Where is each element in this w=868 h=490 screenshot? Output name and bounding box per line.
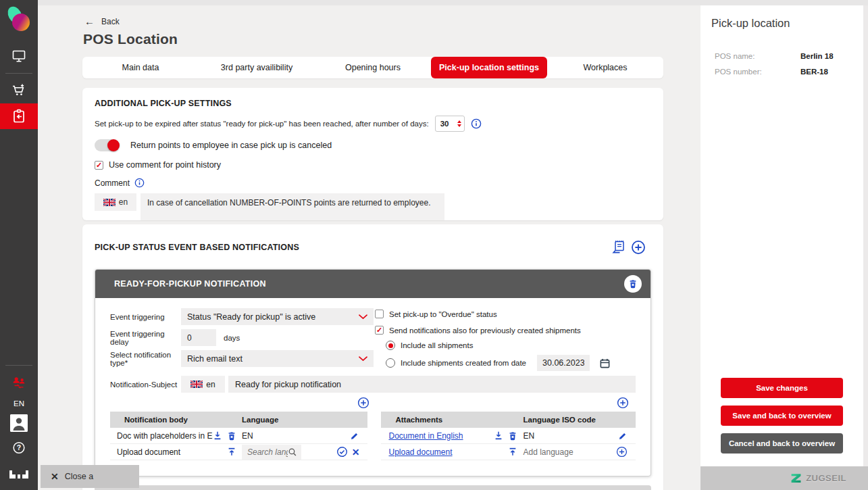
tab-bar: Main data 3rd party availibility Opening… bbox=[82, 57, 663, 78]
sidebar-item-profile[interactable] bbox=[0, 410, 38, 436]
sidebar-item-help[interactable]: ? bbox=[0, 436, 38, 462]
info-icon[interactable] bbox=[471, 118, 482, 129]
include-from-radio[interactable] bbox=[386, 358, 395, 368]
save-back-button[interactable]: Save and back to overview bbox=[721, 406, 843, 426]
sidebar-item-brand bbox=[0, 462, 38, 487]
add-notification-body-button[interactable] bbox=[357, 397, 369, 409]
toggle-knob bbox=[107, 139, 120, 151]
zugseil-logo-icon bbox=[790, 472, 802, 484]
edit-pencil-icon[interactable] bbox=[618, 431, 628, 441]
info-icon[interactable] bbox=[134, 178, 145, 188]
avatar-icon bbox=[10, 414, 28, 432]
people-transfer-icon bbox=[11, 374, 27, 391]
calendar-button[interactable] bbox=[599, 358, 611, 369]
tab-pickup-settings[interactable]: Pick-up location settings bbox=[431, 57, 547, 78]
app-logo-icon bbox=[5, 4, 33, 35]
close-label: Close a bbox=[65, 472, 93, 481]
stepper-arrows-icon[interactable] bbox=[457, 120, 461, 127]
cancel-x-icon[interactable]: ✕ bbox=[352, 447, 360, 457]
event-triggering-select[interactable]: Status "Ready for pickup" is active bbox=[181, 308, 374, 325]
previous-shipments-checkbox[interactable]: ✓ bbox=[375, 326, 384, 335]
brand-footer: ZUGSEIL bbox=[700, 466, 868, 490]
pixel-brand-icon bbox=[9, 469, 29, 480]
avatar bbox=[10, 414, 28, 432]
tab-main-data[interactable]: Main data bbox=[82, 57, 199, 78]
search-icon bbox=[288, 447, 297, 457]
help-icon: ? bbox=[11, 441, 26, 457]
include-from-date-input[interactable] bbox=[537, 355, 590, 371]
cancel-back-button[interactable]: Cancel and back to overview bbox=[721, 433, 843, 454]
sidebar-item-user-transfer[interactable] bbox=[0, 370, 38, 395]
overdue-checkbox[interactable] bbox=[375, 310, 384, 318]
trash-x-icon[interactable] bbox=[227, 431, 236, 441]
body-doc-name: Doc with placeholders in Engli... bbox=[117, 431, 213, 441]
attachment-link[interactable]: Document in English bbox=[388, 431, 494, 441]
comment-textarea[interactable]: In case of cancellation NUMBER-OF-POINTS… bbox=[141, 193, 444, 220]
subject-language-chip[interactable]: en bbox=[181, 376, 225, 393]
uk-flag-icon bbox=[190, 381, 203, 388]
upload-icon[interactable] bbox=[227, 447, 236, 457]
delay-suffix: days bbox=[224, 334, 240, 342]
sidebar-divider bbox=[5, 73, 32, 74]
table-row: Upload document Add language bbox=[381, 444, 636, 460]
comment-label: Comment bbox=[95, 178, 130, 188]
upload-document-label[interactable]: Upload document bbox=[117, 447, 227, 457]
tab-3rd-party[interactable]: 3rd party availibility bbox=[199, 57, 315, 78]
include-all-radio[interactable] bbox=[386, 341, 395, 350]
sidebar-item-pickup-active[interactable] bbox=[0, 103, 38, 129]
sidebar-divider bbox=[5, 365, 32, 366]
tab-workplaces[interactable]: Workplaces bbox=[547, 57, 663, 78]
delay-label: Event triggering delay bbox=[110, 330, 181, 346]
ready-for-pickup-panel-header: READY-FOR-PICKUP NOTIFICATION bbox=[95, 270, 650, 298]
notification-type-select[interactable]: Rich email text bbox=[181, 350, 374, 367]
tab-opening-hours[interactable]: Opening hours bbox=[315, 57, 431, 78]
return-points-label: Return points to employee in case pick u… bbox=[130, 141, 332, 150]
column-header: Language bbox=[242, 416, 367, 424]
trash-x-icon[interactable] bbox=[508, 431, 517, 441]
pos-number-label: POS number: bbox=[715, 68, 800, 76]
include-from-label: Include shipments created from date bbox=[401, 359, 526, 367]
close-button[interactable]: ✕ Close a bbox=[41, 465, 139, 488]
add-language-plus-icon[interactable] bbox=[616, 446, 628, 458]
expire-days-stepper[interactable]: 30 bbox=[435, 116, 465, 132]
attachment-language-code: EN bbox=[523, 431, 534, 441]
add-language-label[interactable]: Add language bbox=[523, 447, 573, 457]
upload-icon[interactable] bbox=[508, 447, 517, 457]
notification-body-table: Notification body Language Doc with plac… bbox=[110, 412, 367, 460]
return-points-toggle[interactable] bbox=[95, 139, 120, 151]
language-search-field[interactable] bbox=[242, 445, 301, 460]
subject-language-code: en bbox=[206, 380, 215, 389]
trash-x-icon bbox=[628, 279, 638, 289]
pos-name-label: POS name: bbox=[715, 52, 800, 60]
save-changes-button[interactable]: Save changes bbox=[721, 378, 843, 398]
use-comment-checkbox[interactable]: ✓ bbox=[95, 161, 103, 170]
add-attachment-button[interactable] bbox=[617, 397, 629, 409]
add-notification-button[interactable] bbox=[631, 240, 646, 255]
monitor-icon bbox=[11, 48, 27, 64]
delay-input[interactable] bbox=[181, 329, 216, 346]
delete-notification-button[interactable] bbox=[624, 275, 642, 293]
download-icon[interactable] bbox=[213, 431, 222, 441]
plus-circle-icon bbox=[617, 397, 629, 409]
sidebar-item-dashboard[interactable] bbox=[0, 43, 38, 69]
sidebar-item-shop[interactable] bbox=[0, 78, 38, 103]
confirm-check-circle-icon[interactable] bbox=[336, 446, 348, 458]
chevron-down-icon bbox=[359, 314, 367, 320]
include-all-label: Include all shipments bbox=[401, 341, 473, 349]
notification-log-button[interactable] bbox=[611, 239, 626, 255]
download-icon[interactable] bbox=[494, 431, 503, 441]
upload-attachment-link[interactable]: Upload document bbox=[388, 447, 508, 457]
notification-log-icon bbox=[611, 239, 626, 255]
sidebar-language-label[interactable]: EN bbox=[14, 399, 24, 408]
body-doc-language: EN bbox=[242, 431, 253, 441]
scrollbar-track[interactable] bbox=[863, 5, 868, 466]
plus-circle-icon bbox=[631, 240, 646, 255]
comment-language-chip[interactable]: en bbox=[95, 193, 136, 211]
back-button[interactable]: ← Back bbox=[84, 16, 120, 26]
top-strip bbox=[38, 0, 868, 5]
language-search-input[interactable] bbox=[247, 447, 288, 457]
subject-input[interactable] bbox=[228, 376, 636, 393]
edit-pencil-icon[interactable] bbox=[350, 431, 359, 441]
column-header: Language ISO code bbox=[523, 416, 636, 424]
event-triggering-value: Status "Ready for pickup" is active bbox=[187, 312, 359, 322]
